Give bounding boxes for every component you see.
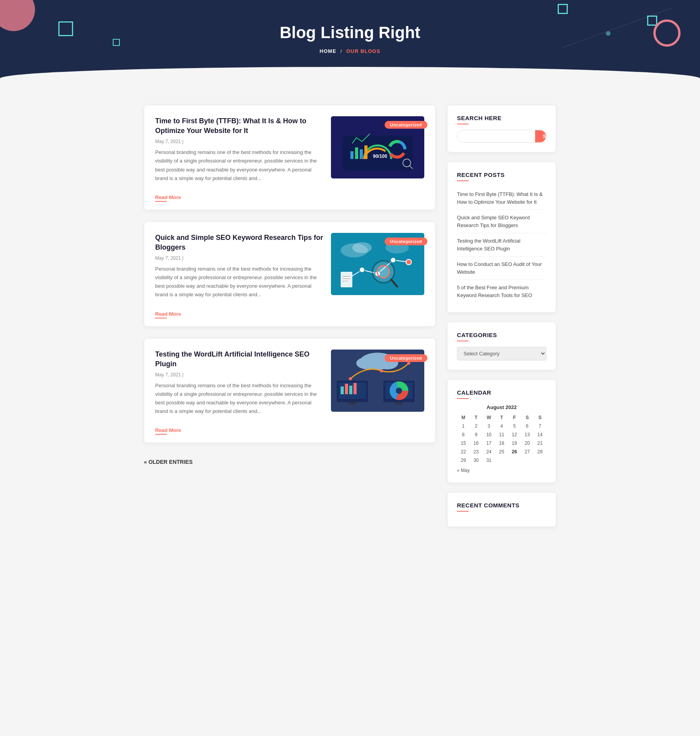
breadcrumb: HOME / OUR BLOGS [8, 47, 692, 54]
post-3-title: Testing the WordLift Artificial Intellig… [155, 350, 323, 369]
post-1-badge: Uncategorized [385, 121, 427, 129]
categories-widget: CATEGORIES Select Category Uncategorized… [447, 322, 556, 370]
cal-cell: 27 [521, 448, 534, 456]
svg-point-34 [356, 357, 380, 369]
cal-cell: 9 [470, 430, 483, 439]
post-2-badge: Uncategorized [385, 238, 427, 245]
calendar-title: CALENDAR [457, 389, 546, 399]
recent-posts-widget: RECENT POSTS Time to First Byte (TTFB): … [447, 162, 556, 313]
recent-post-item: 5 of the Best Free and Premium Keyword R… [457, 280, 546, 303]
recent-post-link-2[interactable]: Quick and Simple SEO Keyword Research Ti… [457, 215, 530, 228]
cal-day-t1: T [470, 413, 483, 422]
svg-rect-38 [348, 402, 356, 404]
cal-cell: 10 [483, 430, 495, 439]
svg-rect-3 [350, 151, 354, 159]
cal-cell: 21 [534, 439, 546, 448]
blog-post-3: Testing the WordLift Artificial Intellig… [144, 338, 436, 443]
search-widget: SEARCH HERE Search [447, 105, 556, 152]
post-2-title: Quick and Simple SEO Keyword Research Ti… [155, 233, 323, 252]
svg-rect-41 [349, 386, 352, 394]
site-header: Blog Listing Right HOME / OUR BLOGS [0, 0, 700, 89]
post-1-read-more[interactable]: Read More [155, 194, 181, 202]
calendar-prev-link[interactable]: « May [457, 468, 470, 473]
svg-rect-40 [345, 384, 348, 394]
recent-post-link-4[interactable]: How to Conduct an SEO Audit of Your Webs… [457, 261, 542, 275]
cal-cell: 5 [508, 422, 521, 430]
calendar-row: 29 30 31 [457, 456, 546, 465]
recent-post-link-5[interactable]: 5 of the Best Free and Premium Keyword R… [457, 285, 532, 298]
cal-cell [521, 456, 534, 465]
post-2-excerpt: Personal branding remains one of the bes… [155, 265, 323, 299]
cal-cell: 1 [457, 422, 470, 430]
content-area: Time to First Byte (TTFB): What It Is & … [144, 105, 436, 536]
main-container: Time to First Byte (TTFB): What It Is & … [136, 89, 564, 552]
cal-cell: 7 [534, 422, 546, 430]
recent-comments-title: RECENT COMMENTS [457, 502, 546, 512]
cal-day-w: W [483, 413, 495, 422]
svg-rect-5 [360, 149, 363, 159]
cal-cell [508, 456, 521, 465]
search-input[interactable] [457, 130, 535, 142]
calendar-header-row: M T W T F S S [457, 413, 546, 422]
svg-rect-6 [364, 145, 368, 159]
cal-cell: 20 [521, 439, 534, 448]
calendar-table: M T W T F S S 1 2 3 [457, 413, 546, 465]
calendar-row: 15 16 17 18 19 20 21 [457, 439, 546, 448]
blog-post-2: Quick and Simple SEO Keyword Research Ti… [144, 222, 436, 327]
post-1-image-wrap: 90/100 [331, 116, 424, 178]
search-button[interactable]: Search [535, 130, 546, 142]
cal-day-s2: S [534, 413, 546, 422]
svg-point-23 [390, 257, 396, 263]
cal-day-f: F [508, 413, 521, 422]
post-3-meta: May 7, 2021 | [155, 372, 323, 378]
recent-posts-title: RECENT POSTS [457, 171, 546, 181]
post-1-title: Time to First Byte (TTFB): What It Is & … [155, 116, 323, 136]
post-1-excerpt: Personal branding remains one of the bes… [155, 148, 323, 182]
breadcrumb-separator: / [340, 48, 342, 54]
post-2-image-wrap: Uncategorized [331, 233, 424, 295]
cal-cell: 4 [495, 422, 508, 430]
cal-cell: 28 [534, 448, 546, 456]
cal-cell: 25 [495, 448, 508, 456]
cal-cell: 8 [457, 430, 470, 439]
cal-cell: 26 [508, 448, 521, 456]
recent-post-link-3[interactable]: Testing the WordLift Artificial Intellig… [457, 238, 520, 252]
post-3-image-wrap: Uncategorized [331, 350, 424, 412]
post-2-read-more[interactable]: Read More [155, 311, 181, 318]
sidebar: SEARCH HERE Search RECENT POSTS Time to … [447, 105, 556, 536]
breadcrumb-current: OUR BLOGS [346, 48, 380, 54]
cal-cell: 19 [508, 439, 521, 448]
category-select[interactable]: Select Category Uncategorized SEO Bloggi… [457, 347, 546, 360]
svg-rect-42 [354, 383, 357, 394]
post-1-meta: May 7, 2021 | [155, 139, 323, 144]
recent-post-link-1[interactable]: Time to First Byte (TTFB): What It Is & … [457, 191, 543, 205]
cal-cell: 24 [483, 448, 495, 456]
cal-cell: 15 [457, 439, 470, 448]
recent-comments-widget: RECENT COMMENTS [447, 492, 556, 527]
cal-cell: 17 [483, 439, 495, 448]
svg-text:90/100: 90/100 [373, 154, 387, 159]
deco-square-2 [558, 4, 568, 14]
older-entries-link[interactable]: « OLDER ENTRIES [144, 459, 192, 465]
cal-cell: 31 [483, 456, 495, 465]
page-title: Blog Listing Right [8, 23, 692, 42]
search-widget-title: SEARCH HERE [457, 115, 546, 124]
cal-cell: 12 [508, 430, 521, 439]
cal-day-s1: S [521, 413, 534, 422]
recent-post-item: How to Conduct an SEO Audit of Your Webs… [457, 257, 546, 280]
post-2-meta: May 7, 2021 | [155, 255, 323, 261]
recent-post-item: Testing the WordLift Artificial Intellig… [457, 233, 546, 257]
cal-day-t2: T [495, 413, 508, 422]
calendar-nav: « May [457, 468, 546, 473]
cal-cell: 29 [457, 456, 470, 465]
cal-cell: 16 [470, 439, 483, 448]
breadcrumb-home[interactable]: HOME [320, 48, 336, 54]
cal-cell: 22 [457, 448, 470, 456]
post-3-read-more[interactable]: Read More [155, 427, 181, 435]
older-entries: « OLDER ENTRIES [144, 455, 436, 477]
cal-cell: 30 [470, 456, 483, 465]
svg-rect-39 [341, 386, 344, 394]
cal-cell [534, 456, 546, 465]
blog-post-1: Time to First Byte (TTFB): What It Is & … [144, 105, 436, 210]
cal-cell: 14 [534, 430, 546, 439]
